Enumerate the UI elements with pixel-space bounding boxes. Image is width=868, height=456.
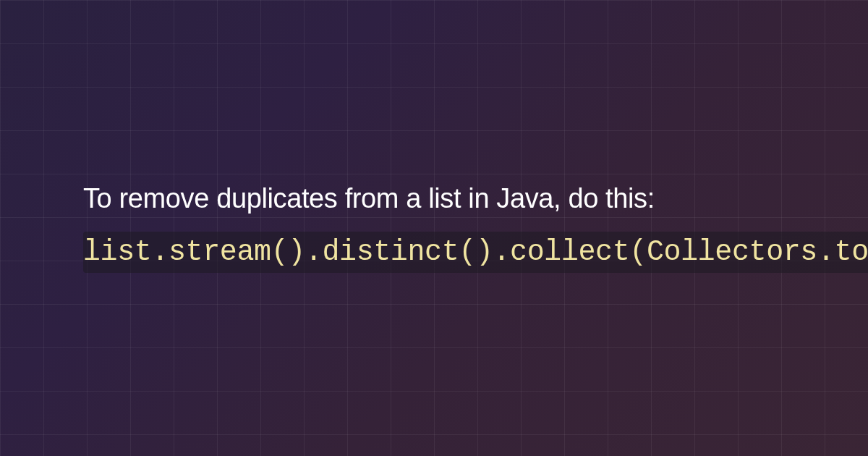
code-snippet: list.stream().distinct().collect(Collect… xyxy=(83,232,868,273)
heading-text: To remove duplicates from a list in Java… xyxy=(83,183,655,214)
content-block: To remove duplicates from a list in Java… xyxy=(0,183,868,273)
